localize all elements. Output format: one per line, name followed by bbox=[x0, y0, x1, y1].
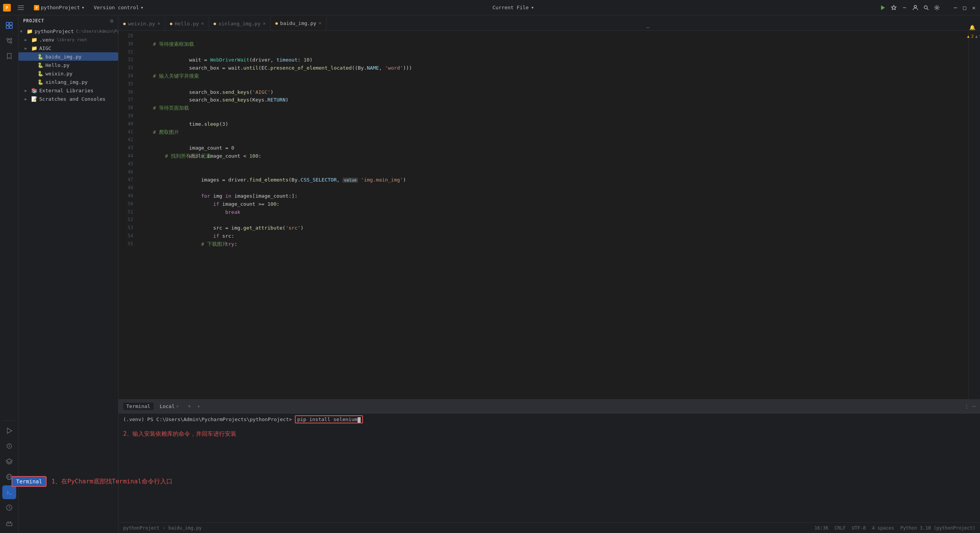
search-icon[interactable] bbox=[923, 5, 929, 11]
tree-item-aigc[interactable]: ▶ 📁 AIGC bbox=[18, 44, 118, 52]
external-libs-icon: 📚 bbox=[31, 87, 38, 94]
build-icon[interactable] bbox=[891, 5, 897, 11]
local-tab[interactable]: Local ✕ bbox=[157, 403, 182, 410]
terminal-add-button[interactable]: ＋ bbox=[185, 402, 194, 410]
tree-item-baidu-img[interactable]: 🐍 baidu_img.py bbox=[18, 52, 118, 61]
tree-item-scratches[interactable]: ▶ 📝 Scratches and Consoles bbox=[18, 95, 118, 103]
notifications-icon[interactable]: 🔔 bbox=[969, 25, 975, 30]
account-icon[interactable] bbox=[912, 5, 918, 11]
project-tool-icon[interactable] bbox=[2, 18, 16, 32]
svg-rect-2 bbox=[18, 5, 24, 6]
tree-item-weixin[interactable]: 🐍 weixin.py bbox=[18, 69, 118, 78]
local-tab-label: Local bbox=[160, 403, 175, 409]
tab-more-button[interactable]: ⋯ bbox=[642, 25, 654, 30]
terminal-settings-icon[interactable]: ⋮ bbox=[964, 403, 969, 409]
more-options-icon[interactable]: ⋯ bbox=[901, 5, 908, 11]
warning-icon: ▲ bbox=[967, 34, 970, 39]
tab-hello[interactable]: ● Hello.py ✕ bbox=[165, 17, 209, 30]
local-tab-close[interactable]: ✕ bbox=[176, 404, 179, 409]
project-dropdown[interactable]: P pythonProject ▾ bbox=[31, 3, 88, 12]
status-charset[interactable]: UTF-8 bbox=[852, 525, 866, 531]
maximize-button[interactable]: □ bbox=[962, 5, 968, 11]
tree-arrow: ▼ bbox=[20, 29, 26, 33]
status-language[interactable]: Python 3.10 (pythonProject) bbox=[900, 525, 975, 531]
debug-tool-icon[interactable] bbox=[2, 439, 16, 453]
status-file[interactable]: baidu_img.py bbox=[168, 525, 202, 531]
tab-label-hello: Hello.py bbox=[175, 21, 199, 27]
tab-weixin[interactable]: ● weixin.py ✕ bbox=[119, 17, 165, 30]
sidebar-settings-icon[interactable]: ⚙ bbox=[110, 18, 114, 24]
hamburger-icon[interactable] bbox=[14, 1, 28, 15]
tab-baidu-img[interactable]: ● baidu_img.py ✕ bbox=[271, 17, 326, 30]
layers-tool-icon[interactable] bbox=[2, 455, 16, 468]
code-line-52: src = img.get_attribute('src') bbox=[141, 216, 968, 224]
version-control-btn[interactable]: Version control ▾ bbox=[91, 3, 147, 12]
tree-label-external-libs: External Libraries bbox=[39, 88, 94, 93]
terminal-chevron[interactable]: ▾ bbox=[197, 404, 200, 409]
terminal-tool-icon[interactable] bbox=[2, 485, 16, 499]
terminal-tab[interactable]: Terminal bbox=[123, 403, 154, 410]
tab-label-xinlang: xinlang_img.py bbox=[218, 21, 261, 27]
file-tree: ▼ 📁 pythonProject C:\Users\Admin\Pycharm… bbox=[18, 26, 118, 533]
tab-close-hello[interactable]: ✕ bbox=[201, 21, 204, 26]
code-line-41: # 爬取图片 bbox=[141, 128, 968, 137]
tab-bar: ● weixin.py ✕ ● Hello.py ✕ ● xinlang_img… bbox=[119, 15, 980, 31]
code-line-55: # 下载图片 bbox=[141, 240, 968, 248]
tab-close-baidu[interactable]: ✕ bbox=[319, 20, 321, 26]
code-line-30: # 等待接索框加载 bbox=[141, 40, 968, 48]
settings-icon[interactable] bbox=[934, 5, 940, 11]
tab-icon-xinlang: ● bbox=[214, 21, 216, 26]
clock-tool-icon[interactable] bbox=[2, 501, 16, 515]
title-bar-left: P P pythonProject ▾ Version control ▾ bbox=[3, 1, 147, 15]
project-chevron: ▾ bbox=[82, 5, 85, 10]
code-line-31: wait = WebDriverWait(driver, timeout: 10… bbox=[141, 48, 968, 57]
status-project[interactable]: pythonProject bbox=[123, 525, 159, 531]
sidebar-header-icons: ⚙ bbox=[110, 18, 114, 24]
tree-arrow-venv: ▶ bbox=[25, 38, 31, 42]
tree-label-venv: .venv bbox=[39, 37, 54, 43]
warning-indicator[interactable]: ▲ 2 ▲ ▼ bbox=[966, 32, 980, 40]
tree-item-external-libs[interactable]: ▶ 📚 External Libraries bbox=[18, 86, 118, 95]
svg-text:P: P bbox=[6, 6, 8, 10]
terminal-command-highlight[interactable]: pip install selenium bbox=[295, 415, 363, 423]
svg-rect-4 bbox=[18, 9, 24, 10]
code-line-40 bbox=[141, 120, 968, 128]
run-button[interactable] bbox=[880, 5, 886, 11]
tree-label-xinlang: xinlang_img.py bbox=[45, 79, 88, 85]
left-toolbar bbox=[0, 15, 18, 533]
svg-text:P: P bbox=[35, 6, 38, 10]
py-icon-xinlang: 🐍 bbox=[37, 78, 44, 85]
terminal-body[interactable]: (.venv) PS C:\Users\Admin\PycharmProject… bbox=[119, 413, 980, 522]
plugin-tool-icon[interactable] bbox=[2, 516, 16, 530]
svg-point-9 bbox=[924, 6, 927, 9]
folder-icon-venv: 📁 bbox=[31, 36, 38, 43]
tree-item-venv[interactable]: ▶ 📁 .venv library root bbox=[18, 35, 118, 44]
tree-arrow-aigc: ▶ bbox=[25, 46, 31, 50]
globe-tool-icon[interactable] bbox=[2, 470, 16, 484]
run-tool-icon[interactable] bbox=[2, 424, 16, 438]
tab-close-xinlang[interactable]: ✕ bbox=[263, 21, 266, 26]
tree-item-pythonproject[interactable]: ▼ 📁 pythonProject C:\Users\Admin\Pycharm… bbox=[18, 27, 118, 35]
minimize-button[interactable]: ─ bbox=[952, 5, 958, 11]
code-editor[interactable]: 29 30 31 32 33 34 35 36 37 38 39 40 41 4… bbox=[119, 31, 968, 399]
chevron-up-icon[interactable]: ▲ bbox=[975, 34, 978, 39]
status-encoding[interactable]: CRLF bbox=[835, 525, 846, 531]
tree-label-hello: Hello.py bbox=[45, 62, 70, 68]
current-file-dropdown[interactable]: Current File ▾ bbox=[493, 5, 534, 10]
close-button[interactable]: ✕ bbox=[971, 5, 977, 11]
status-indent[interactable]: 4 spaces bbox=[872, 525, 894, 531]
py-icon-weixin: 🐍 bbox=[37, 70, 44, 77]
git-tool-icon[interactable] bbox=[2, 34, 16, 48]
bookmark-tool-icon[interactable] bbox=[2, 49, 16, 63]
code-content[interactable]: # 等待接索框加载 wait = WebDriverWait(driver, t… bbox=[138, 31, 968, 399]
folder-icon: 📁 bbox=[26, 28, 33, 35]
warning-count: 2 bbox=[971, 34, 974, 39]
status-position[interactable]: 16:36 bbox=[814, 525, 828, 531]
terminal-minimize-icon[interactable]: ─ bbox=[972, 403, 975, 409]
tree-item-hello[interactable]: 🐍 Hello.py bbox=[18, 61, 118, 69]
tree-item-xinlang[interactable]: 🐍 xinlang_img.py bbox=[18, 78, 118, 86]
tab-close-weixin[interactable]: ✕ bbox=[157, 21, 160, 26]
tab-xinlang[interactable]: ● xinlang_img.py ✕ bbox=[209, 17, 271, 30]
py-icon-baidu: 🐍 bbox=[37, 53, 44, 60]
svg-marker-7 bbox=[881, 5, 885, 10]
